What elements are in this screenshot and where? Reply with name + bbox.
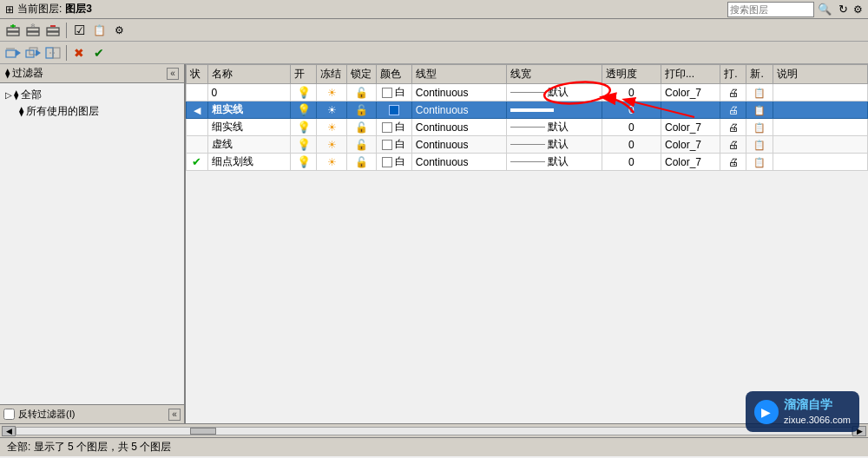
th-transparency[interactable]: 透明度 xyxy=(602,65,661,84)
cell-on[interactable]: 💡 xyxy=(291,119,317,136)
cell-new-layer-icon[interactable]: 📋 xyxy=(746,136,773,154)
bulb-icon[interactable]: 💡 xyxy=(297,86,311,99)
sun-icon[interactable]: ☀ xyxy=(327,121,337,134)
collapse-left-btn[interactable]: « xyxy=(168,409,181,421)
move-to-current-btn[interactable]: ☑ xyxy=(69,22,89,39)
cell-transparency[interactable]: 0 xyxy=(602,101,661,119)
cell-name[interactable]: 0 xyxy=(207,84,291,101)
sun-icon[interactable]: ☀ xyxy=(327,87,337,99)
move-layer-btn[interactable] xyxy=(3,44,23,62)
new-layer-icon[interactable]: 📋 xyxy=(753,157,766,167)
color-swatch[interactable] xyxy=(382,140,392,150)
cell-lineweight[interactable]: 默认 xyxy=(507,84,602,101)
th-new[interactable]: 新. xyxy=(746,65,773,84)
cell-transparency[interactable]: 0 xyxy=(602,136,661,154)
printer-icon[interactable]: 🖨 xyxy=(728,121,739,134)
cell-name[interactable]: 细点划线 xyxy=(207,154,291,171)
color-swatch[interactable] xyxy=(382,122,392,133)
bulb-icon[interactable]: 💡 xyxy=(297,138,311,151)
layer-states-btn[interactable]: 📋 xyxy=(89,22,108,39)
delete-layer-btn[interactable] xyxy=(43,22,62,39)
cell-color[interactable]: 白 xyxy=(376,119,411,136)
cell-linetype[interactable]: Continuous xyxy=(411,136,506,154)
printer-icon[interactable]: 🖨 xyxy=(728,139,739,151)
hscroll-track[interactable] xyxy=(16,427,852,435)
new-layer-icon[interactable]: 📋 xyxy=(753,140,766,150)
th-name[interactable]: 名称 xyxy=(207,65,291,84)
cell-on[interactable]: 💡 xyxy=(291,136,317,154)
color-swatch[interactable] xyxy=(382,88,392,98)
th-freeze[interactable]: 冻结 xyxy=(317,65,346,84)
cell-lineweight[interactable]: 默认 xyxy=(507,136,602,154)
cell-lineweight[interactable]: 默认 xyxy=(507,154,602,171)
table-scroll-area[interactable]: 状 名称 开 冻结 锁定 颜色 线型 线宽 透明度 打印... 打. 新. xyxy=(186,64,868,423)
match-layer-btn[interactable] xyxy=(43,44,62,62)
cell-print-icon[interactable]: 🖨 xyxy=(720,101,746,119)
cell-transparency[interactable]: 0 xyxy=(602,84,661,101)
table-row[interactable]: ✔细点划线💡☀🔓 白Continuous默认0Color_7🖨📋 xyxy=(187,154,868,171)
cell-color[interactable]: 白 xyxy=(376,136,411,154)
cell-description[interactable] xyxy=(773,136,867,154)
cell-freeze[interactable]: ☀ xyxy=(317,101,346,119)
cell-description[interactable] xyxy=(773,101,867,119)
th-linetype[interactable]: 线型 xyxy=(411,65,506,84)
cell-transparency[interactable]: 0 xyxy=(602,119,661,136)
layer-settings-btn[interactable]: ⚙ xyxy=(109,22,128,39)
cell-lineweight[interactable]: 默认 xyxy=(507,119,602,136)
cell-lineweight[interactable] xyxy=(507,101,602,119)
new-layer-icon[interactable]: 📋 xyxy=(753,122,766,133)
cell-print-icon[interactable]: 🖨 xyxy=(720,136,746,154)
settings-icon[interactable]: ⚙ xyxy=(853,3,863,16)
cell-lock[interactable]: 🔓 xyxy=(346,84,376,101)
cell-plot-style[interactable] xyxy=(661,101,720,119)
table-row[interactable]: 0💡☀🔓 白Continuous默认0Color_7🖨📋 xyxy=(187,84,868,101)
search-input[interactable] xyxy=(727,2,814,17)
cell-plot-style[interactable]: Color_7 xyxy=(661,84,720,101)
cell-new-layer-icon[interactable]: 📋 xyxy=(746,84,773,101)
cell-color[interactable] xyxy=(376,101,411,119)
th-lineweight[interactable]: 线宽 xyxy=(507,65,602,84)
th-on[interactable]: 开 xyxy=(291,65,317,84)
cell-print-icon[interactable]: 🖨 xyxy=(720,119,746,136)
cell-plot-style[interactable]: Color_7 xyxy=(661,136,720,154)
lock-icon[interactable]: 🔓 xyxy=(355,121,368,134)
th-color[interactable]: 颜色 xyxy=(376,65,411,84)
sun-icon[interactable]: ☀ xyxy=(327,139,337,151)
hscroll-thumb[interactable] xyxy=(190,428,216,435)
color-swatch[interactable] xyxy=(382,157,392,167)
cell-on[interactable]: 💡 xyxy=(291,84,317,101)
cell-description[interactable] xyxy=(773,84,867,101)
cell-lock[interactable]: 🔓 xyxy=(346,154,376,171)
printer-icon[interactable]: 🖨 xyxy=(728,104,739,116)
sun-icon[interactable]: ☀ xyxy=(327,104,337,116)
cell-print-icon[interactable]: 🖨 xyxy=(720,154,746,171)
cell-on[interactable]: 💡 xyxy=(291,101,317,119)
cell-description[interactable] xyxy=(773,119,867,136)
th-desc[interactable]: 说明 xyxy=(773,65,867,84)
cell-lock[interactable]: 🔓 xyxy=(346,101,376,119)
cell-new-layer-icon[interactable]: 📋 xyxy=(746,119,773,136)
cell-freeze[interactable]: ☀ xyxy=(317,154,346,171)
new-layer-freeze-btn[interactable]: ❄ xyxy=(23,22,43,39)
bulb-icon[interactable]: 💡 xyxy=(297,155,311,168)
table-row[interactable]: ◀粗实线💡☀🔓Continuous0🖨📋 xyxy=(187,101,868,119)
sun-icon[interactable]: ☀ xyxy=(327,156,337,168)
th-plot-icon[interactable]: 打. xyxy=(720,65,746,84)
copy-layer-btn[interactable] xyxy=(23,44,43,62)
lock-icon[interactable]: 🔓 xyxy=(355,156,368,168)
delete-btn[interactable]: ✖ xyxy=(69,44,89,62)
th-plot[interactable]: 打印... xyxy=(661,65,720,84)
lock-icon[interactable]: 🔓 xyxy=(355,87,368,99)
new-layer-icon[interactable]: 📋 xyxy=(753,88,766,98)
cell-lock[interactable]: 🔓 xyxy=(346,119,376,136)
cell-description[interactable] xyxy=(773,154,867,171)
th-status[interactable]: 状 xyxy=(187,65,208,84)
cell-new-layer-icon[interactable]: 📋 xyxy=(746,154,773,171)
confirm-btn[interactable]: ✔ xyxy=(89,44,108,62)
cell-linetype[interactable]: Continuous xyxy=(411,84,506,101)
cell-name[interactable]: 细实线 xyxy=(207,119,291,136)
invert-filter-checkbox[interactable] xyxy=(3,409,15,420)
printer-icon[interactable]: 🖨 xyxy=(728,156,739,168)
cell-color[interactable]: 白 xyxy=(376,154,411,171)
lock-icon[interactable]: 🔓 xyxy=(355,139,368,151)
